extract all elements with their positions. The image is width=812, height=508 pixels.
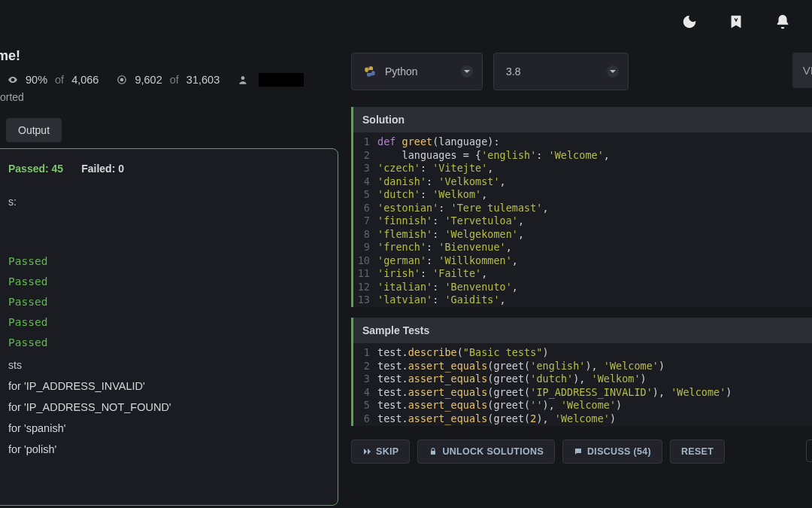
test-result: Passed — [8, 316, 327, 328]
code-line: 3'czech': 'Vitejte', — [353, 162, 812, 175]
code-line: 5test.assert_equals(greet(''), 'Welcome'… — [353, 399, 812, 412]
line-number: 4 — [353, 386, 377, 400]
random-tests-header: sts — [8, 359, 327, 371]
failed-count: Failed: 0 — [81, 163, 124, 175]
code-line: 1def greet(language): — [353, 135, 812, 149]
chevron-down-icon — [461, 65, 473, 78]
code-line: 3test.assert_equals(greet('dutch'), 'Wel… — [353, 373, 812, 386]
passed-count: Passed: 45 — [8, 163, 63, 175]
code-line: 2test.assert_equals(greet('english'), 'W… — [353, 360, 812, 373]
bookmark-icon — [728, 14, 744, 30]
version-label: 3.8 — [506, 65, 520, 78]
test-case: for 'spanish' — [8, 422, 327, 434]
line-number: 5 — [353, 399, 377, 412]
reset-label: RESET — [681, 446, 714, 457]
skip-label: SKIP — [376, 446, 398, 457]
test-result: Passed — [8, 255, 327, 267]
line-number: 3 — [353, 162, 377, 175]
line-number: 7 — [353, 214, 377, 228]
code-line: 5'dutch': 'Welkom', — [353, 188, 812, 202]
svg-point-2 — [241, 76, 245, 80]
language-selectors: Python 3.8 VI — [351, 53, 812, 90]
eye-icon — [8, 75, 18, 85]
line-number: 12 — [353, 281, 377, 294]
satisfaction-pct: 90% — [26, 74, 47, 86]
target-icon — [117, 75, 127, 85]
of-label-1: of — [55, 74, 64, 86]
solution-section: Solution 1def greet(language):2 language… — [351, 107, 812, 307]
unlock-label: UNLOCK SOLUTIONS — [442, 446, 544, 457]
test-result: Passed — [8, 275, 327, 287]
chevron-down-icon — [607, 65, 619, 78]
line-number: 14 — [353, 307, 377, 308]
code-line: 13'latvian': 'Gaidits', — [353, 294, 812, 307]
discuss-button[interactable]: DISCUSS (54) — [562, 440, 662, 464]
code-line: 6test.assert_equals(greet(2), 'Welcome') — [353, 412, 812, 426]
line-number: 1 — [353, 135, 377, 149]
python-icon — [364, 65, 376, 78]
code-line: 11'irish': 'Failte', — [353, 267, 812, 281]
line-number: 4 — [353, 175, 377, 189]
code-line: 9'french': 'Bienvenue', — [353, 241, 812, 254]
tests-section: Sample Tests 1test.describe("Basic tests… — [351, 318, 812, 426]
test-result: Passed — [8, 296, 327, 308]
code-line: 8'flemish': 'Welgekomen', — [353, 228, 812, 242]
test-case: for 'IP_ADDRESS_INVALID' — [8, 380, 327, 392]
code-line: 4'danish': 'Velkomst', — [353, 175, 812, 189]
author-badge[interactable] — [259, 73, 304, 87]
solution-editor[interactable]: 1def greet(language):2 languages = {'eng… — [353, 132, 812, 307]
code-line: 4test.assert_equals(greet('IP_ADDRESS_IN… — [353, 386, 812, 400]
code-line: 2 languages = {'english': 'Welcome', — [353, 149, 812, 163]
extra-button[interactable] — [806, 440, 812, 462]
line-number: 13 — [353, 294, 377, 307]
results-header: Passed: 45 Failed: 0 — [8, 163, 327, 175]
moon-icon — [681, 14, 698, 30]
line-number: 11 — [353, 267, 377, 281]
test-case: for 'polish' — [8, 443, 327, 455]
tests-label: s: — [8, 196, 327, 208]
theme-toggle[interactable] — [681, 14, 698, 32]
test-result: Passed — [8, 336, 327, 348]
solution-header: Solution — [353, 107, 812, 132]
line-number: 6 — [353, 202, 377, 215]
completed-count: 9,602 — [135, 74, 162, 86]
line-number: 5 — [353, 188, 377, 202]
vim-mode-toggle[interactable]: VI — [792, 53, 812, 88]
line-number: 10 — [353, 254, 377, 268]
language-select[interactable]: Python — [351, 53, 483, 90]
code-line: 7'finnish': 'Tervetuloa', — [353, 214, 812, 228]
svg-point-1 — [120, 78, 124, 82]
tests-editor[interactable]: 1test.describe("Basic tests")2test.asser… — [353, 343, 812, 426]
of-label-2: of — [170, 74, 179, 86]
reported-label: orted — [0, 91, 346, 103]
skip-button[interactable]: SKIP — [351, 440, 410, 464]
version-select[interactable]: 3.8 — [493, 53, 629, 90]
unlock-button[interactable]: UNLOCK SOLUTIONS — [417, 440, 555, 464]
language-label: Python — [385, 65, 418, 78]
chat-icon — [574, 447, 583, 456]
action-bar: SKIP UNLOCK SOLUTIONS DISCUSS (54) RESET — [351, 440, 812, 464]
left-panel: me! 90% of 4,066 9,602 of 31,603 orted O… — [0, 48, 346, 506]
topbar — [681, 0, 812, 45]
kata-stats: 90% of 4,066 9,602 of 31,603 — [0, 73, 346, 87]
notifications-button[interactable] — [774, 14, 791, 32]
kata-title: me! — [0, 48, 346, 64]
bell-icon — [774, 14, 791, 30]
discuss-label: DISCUSS (54) — [587, 446, 651, 457]
line-number: 3 — [353, 373, 377, 386]
test-case: for 'IP_ADDRESS_NOT_FOUND' — [8, 401, 327, 413]
line-number: 9 — [353, 241, 377, 254]
results-panel: Passed: 45 Failed: 0 s: PassedPassedPass… — [0, 148, 338, 506]
code-line: 6'estonian': 'Tere tulemast', — [353, 202, 812, 215]
line-number: 2 — [353, 360, 377, 373]
line-number: 8 — [353, 228, 377, 242]
code-line: 12'italian': 'Benvenuto', — [353, 281, 812, 294]
skip-icon — [362, 447, 371, 456]
code-line: 10'german': 'Willkommen', — [353, 254, 812, 268]
code-line: 14'lithuanian': 'Laukiamas' — [353, 307, 812, 308]
reset-button[interactable]: RESET — [670, 440, 725, 464]
completed-total: 31,603 — [186, 74, 220, 86]
line-number: 1 — [353, 346, 377, 360]
tab-output[interactable]: Output — [6, 118, 62, 142]
bookmark-button[interactable] — [728, 14, 744, 32]
